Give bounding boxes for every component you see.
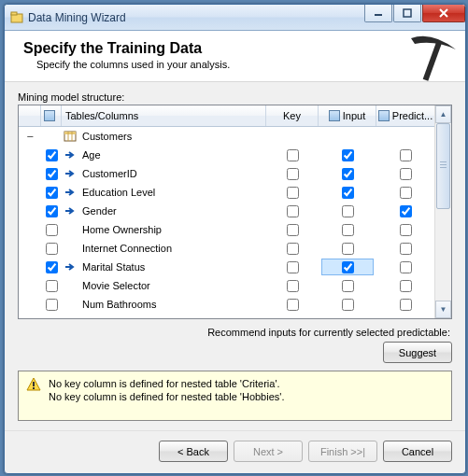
input-checkbox[interactable] — [342, 168, 354, 180]
table-row[interactable]: Gender — [19, 202, 434, 220]
column-arrow-icon — [64, 260, 77, 273]
table-row[interactable]: Movie Selector — [19, 276, 434, 295]
input-cell — [319, 146, 376, 164]
row-select-checkbox[interactable] — [46, 243, 58, 255]
row-select-checkbox[interactable] — [46, 280, 58, 292]
predict-cell — [376, 183, 434, 202]
table-row[interactable]: Age — [19, 146, 434, 164]
input-checkbox[interactable] — [342, 299, 354, 311]
predict-cell — [376, 276, 434, 295]
warning-icon — [26, 377, 41, 392]
column-arrow-icon — [64, 204, 77, 217]
row-select-checkbox[interactable] — [46, 224, 58, 236]
finish-button[interactable]: Finish >>| — [308, 441, 377, 462]
title-bar: Data Mining Wizard — [5, 5, 465, 31]
key-cell — [266, 239, 319, 258]
svg-rect-6 — [64, 132, 76, 134]
close-button[interactable] — [422, 5, 465, 22]
predict-cell — [376, 202, 434, 220]
table-row[interactable]: Internet Connection — [19, 239, 434, 258]
header-predict[interactable]: Predict... — [376, 105, 434, 126]
table-row-root[interactable]: −Customers — [19, 127, 434, 146]
input-cell — [319, 164, 376, 183]
row-label: Home Ownership — [82, 224, 162, 235]
row-label: CustomerID — [82, 168, 137, 179]
row-label: Customers — [82, 131, 132, 142]
input-cell — [319, 202, 376, 220]
app-icon — [10, 11, 23, 24]
key-cell — [266, 220, 319, 239]
svg-rect-1 — [11, 12, 17, 15]
predict-cell — [376, 258, 434, 276]
recommend-label: Recommend inputs for currently selected … — [18, 327, 450, 338]
row-select-checkbox[interactable] — [46, 168, 58, 180]
column-arrow-icon — [64, 167, 77, 180]
pickaxe-icon — [402, 33, 460, 87]
key-cell — [266, 146, 319, 164]
predict-cell — [376, 164, 434, 183]
back-button[interactable]: < Back — [159, 441, 228, 462]
table-row[interactable]: Marital Status — [19, 258, 434, 276]
input-checkbox[interactable] — [342, 280, 354, 292]
table-row[interactable]: Home Ownership — [19, 220, 434, 239]
svg-rect-9 — [33, 382, 35, 386]
input-cell — [319, 258, 376, 276]
row-select-checkbox[interactable] — [46, 149, 58, 161]
input-checkbox[interactable] — [342, 224, 354, 236]
vertical-scrollbar[interactable]: ▲ ▼ — [434, 105, 451, 318]
svg-rect-4 — [423, 40, 443, 80]
scroll-up-button[interactable]: ▲ — [435, 105, 451, 123]
row-label: Movie Selector — [82, 280, 150, 291]
mining-structure-grid: Tables/Columns Key Input Predict... −Cus… — [18, 105, 452, 319]
page-subtitle: Specify the columns used in your analysi… — [36, 59, 452, 70]
column-arrow-icon — [64, 186, 77, 199]
suggest-button[interactable]: Suggest — [383, 342, 452, 363]
row-label: Gender — [82, 205, 117, 217]
svg-rect-2 — [375, 14, 382, 16]
key-cell — [266, 202, 319, 220]
grid-label: Mining model structure: — [18, 91, 452, 103]
scroll-thumb[interactable] — [436, 123, 450, 209]
scroll-down-button[interactable]: ▼ — [435, 301, 451, 318]
input-checkbox[interactable] — [342, 187, 354, 199]
row-select-checkbox[interactable] — [46, 205, 58, 217]
cancel-button[interactable]: Cancel — [383, 441, 452, 462]
warning-panel: No key column is defined for nested tabl… — [18, 371, 452, 421]
row-label: Marital Status — [82, 261, 145, 273]
table-row[interactable]: Num Bathrooms — [19, 295, 434, 314]
input-cell — [319, 276, 376, 295]
window-title: Data Mining Wizard — [28, 11, 363, 24]
row-label: Internet Connection — [82, 243, 172, 254]
maximize-button[interactable] — [393, 5, 421, 22]
table-row[interactable]: Education Level — [19, 183, 434, 202]
table-row[interactable]: CustomerID — [19, 164, 434, 183]
page-title: Specify the Training Data — [23, 40, 452, 57]
key-cell — [266, 183, 319, 202]
input-checkbox[interactable] — [342, 149, 354, 161]
input-checkbox[interactable] — [342, 205, 354, 217]
header-select-all[interactable] — [41, 105, 62, 126]
input-cell — [319, 239, 376, 258]
wizard-window: Data Mining Wizard Specify the Training … — [4, 4, 466, 474]
grid-header: Tables/Columns Key Input Predict... — [19, 105, 434, 127]
header-input[interactable]: Input — [319, 105, 376, 126]
svg-rect-3 — [404, 9, 411, 17]
key-cell — [266, 276, 319, 295]
predict-cell — [376, 295, 434, 314]
header-tables-columns[interactable]: Tables/Columns — [62, 105, 266, 126]
input-checkbox[interactable] — [342, 243, 354, 255]
expander[interactable]: − — [19, 127, 41, 146]
next-button[interactable]: Next > — [234, 441, 303, 462]
row-select-checkbox[interactable] — [46, 187, 58, 199]
row-select-checkbox[interactable] — [46, 261, 58, 273]
row-label: Age — [82, 149, 101, 161]
wizard-header: Specify the Training Data Specify the co… — [5, 31, 465, 82]
warning-text: No key column is defined for nested tabl… — [49, 377, 284, 403]
row-select-checkbox[interactable] — [46, 299, 58, 311]
minimize-button[interactable] — [364, 5, 392, 22]
key-cell — [266, 295, 319, 314]
header-key[interactable]: Key — [266, 105, 319, 126]
input-checkbox[interactable] — [342, 261, 354, 273]
input-cell — [319, 295, 376, 314]
predict-cell — [376, 239, 434, 258]
